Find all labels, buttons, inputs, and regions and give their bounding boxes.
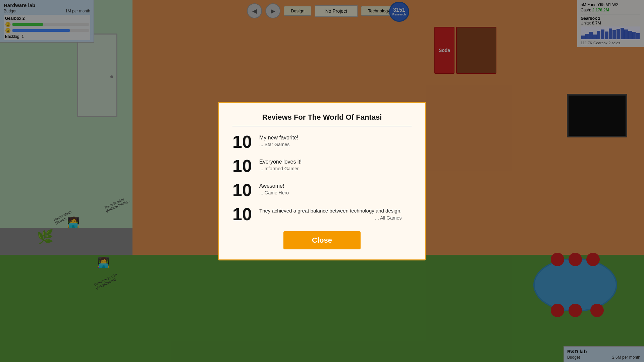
review-score-3: 10 [232,181,253,199]
review-score-1: 10 [232,133,253,150]
modal-title: Reviews For The World Of Fantasi [232,113,412,126]
review-source-2: ... Informed Gamer [259,166,302,171]
review-text-block-2: Everyone loves it! ... Informed Gamer [259,157,302,171]
review-text-block-1: My new favorite! ... Star Games [259,133,298,147]
review-source-3: ... Game Hero [259,190,289,195]
review-main-text-2: Everyone loves it! [259,159,302,165]
review-score-2: 10 [232,157,253,175]
review-item-4: 10 They achieved a great balance between… [232,205,412,223]
reviews-dialog: Reviews For The World Of Fantasi 10 My n… [218,102,426,260]
review-score-4: 10 [232,205,253,223]
review-item-2: 10 Everyone loves it! ... Informed Gamer [232,157,412,175]
review-main-text-4: They achieved a great balance between te… [259,207,401,214]
review-main-text-1: My new favorite! [259,135,298,141]
review-source-1: ... Star Games [259,142,298,147]
review-text-block-3: Awesome! ... Game Hero [259,181,289,195]
modal-overlay: Reviews For The World Of Fantasi 10 My n… [0,0,644,362]
review-main-text-3: Awesome! [259,183,289,189]
review-text-block-4: They achieved a great balance between te… [259,205,401,221]
close-button[interactable]: Close [283,231,361,249]
review-item-3: 10 Awesome! ... Game Hero [232,181,412,199]
review-source-4: ... All Games [259,215,401,221]
review-item-1: 10 My new favorite! ... Star Games [232,133,412,150]
